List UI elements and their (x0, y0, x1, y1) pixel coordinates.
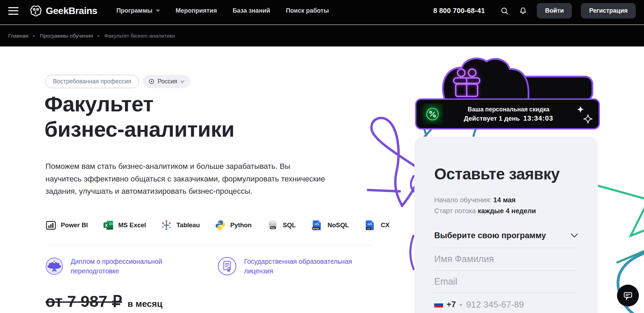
name-input[interactable] (434, 254, 578, 264)
breadcrumb-home[interactable]: Главная (8, 33, 28, 39)
logo[interactable]: GeekBrains (29, 5, 97, 17)
sql-database-icon: SQL (267, 219, 278, 231)
breadcrumb-programs[interactable]: Программы обучения (40, 33, 93, 39)
tool-power-bi: Power BI (45, 220, 88, 231)
divider (45, 245, 372, 245)
flow-start-line: Старт потока каждые 4 недели (434, 207, 578, 215)
main-nav: Программы Мероприятия База знаний Поиск … (117, 7, 329, 14)
chevron-down-icon (180, 80, 184, 83)
tableau-icon (161, 220, 172, 231)
phone-input[interactable] (466, 299, 580, 310)
svg-text:X: X (105, 223, 108, 228)
tool-tableau: Tableau (161, 220, 200, 231)
search-icon[interactable] (500, 6, 509, 16)
svg-text:NOSQL: NOSQL (312, 228, 319, 230)
tools-row: Power BI X MS Excel Tabl (45, 219, 389, 231)
discount-title: Ваша персональная скидка (468, 106, 549, 113)
breadcrumb-arrow-icon: ▸ (33, 33, 35, 38)
python-icon (215, 220, 226, 231)
state-emblem-eagle-icon (45, 256, 63, 277)
chevron-down-icon (156, 10, 160, 12)
license-certificate-icon (218, 256, 236, 277)
nav-programs[interactable]: Программы (117, 7, 160, 14)
cx-file-icon: </> CX (364, 219, 376, 231)
nav-knowledge-base[interactable]: База знаний (233, 7, 270, 14)
nav-events[interactable]: Мероприятия (176, 7, 217, 14)
chevron-down-icon (571, 233, 578, 238)
notifications-bell-icon[interactable] (518, 6, 528, 16)
gift-icon (454, 69, 480, 96)
login-button[interactable]: Войти (537, 3, 572, 18)
feature-diploma[interactable]: Диплом о профессиональной переподготовке (45, 256, 189, 277)
location-pin-icon (149, 79, 154, 84)
hamburger-menu-icon[interactable] (8, 7, 18, 15)
svg-text:</>: </> (368, 222, 372, 226)
discount-banner[interactable]: Ваша персональная скидка Действует 1 ден… (415, 98, 600, 130)
sparkle-outline-icon (583, 114, 593, 124)
price-block: от 7 987 ₽ в месяц (45, 292, 162, 311)
tool-ms-excel: X MS Excel (103, 220, 146, 231)
chevron-down-icon[interactable] (459, 304, 463, 306)
svg-text:SQL: SQL (271, 227, 275, 229)
header: GeekBrains Программы Мероприятия База зн… (0, 0, 644, 25)
svg-text:CX: CX (367, 228, 370, 230)
discount-timer-line: Действует 1 день 13:34:03 (464, 114, 553, 122)
lead-form: Оставьте заявку Начало обучения: 14 мая … (414, 137, 598, 313)
email-input[interactable] (434, 276, 578, 287)
tool-cx: </> CX CX (364, 219, 389, 231)
hero-description: Поможем вам стать бизнес-аналитиком и бо… (45, 160, 326, 198)
breadcrumb-current: Факультет бизнес-аналитики (104, 33, 175, 39)
header-phone[interactable]: 8 800 700-68-41 (433, 7, 485, 15)
form-title: Оставьте заявку (434, 165, 578, 182)
chat-bubble-icon (623, 290, 633, 301)
name-field-row (434, 248, 578, 271)
excel-icon: X (103, 220, 114, 231)
nav-job-search[interactable]: Поиск работы (286, 7, 329, 14)
geekbrains-brain-icon (29, 5, 42, 17)
countdown-timer: 13:34:03 (523, 114, 553, 122)
email-field-row (434, 271, 578, 293)
sparkle-filled-icon (577, 106, 584, 113)
program-select[interactable]: Выберите свою программу (434, 231, 578, 248)
tool-python: Python (215, 220, 252, 231)
page: GeekBrains Программы Мероприятия База зн… (0, 0, 644, 313)
region-selector[interactable]: Россия (143, 75, 190, 88)
breadcrumb-arrow-icon: ▸ (98, 33, 100, 38)
russia-flag-icon[interactable] (434, 301, 443, 308)
feature-license[interactable]: Государственная образовательная лицензия (218, 256, 368, 277)
register-button[interactable]: Регистрация (581, 3, 636, 18)
start-date-line: Начало обучения: 14 мая (434, 196, 578, 204)
phone-field-row: +7 (434, 293, 578, 313)
logo-text: GeekBrains (46, 5, 97, 16)
tool-nosql: </> NOSQL NoSQL (311, 219, 349, 231)
price-period: в месяц (127, 299, 162, 309)
discount-percent-icon (422, 104, 443, 125)
power-bi-icon (45, 220, 56, 231)
tool-sql: SQL SQL (267, 219, 296, 231)
breadcrumb: Главная ▸ Программы обучения ▸ Факультет… (0, 25, 644, 46)
page-title: Факультет бизнес-аналитики (44, 92, 234, 142)
profession-badge: Востребованная профессия (45, 75, 139, 88)
svg-text:</>: </> (315, 222, 319, 226)
chat-button[interactable] (617, 285, 639, 307)
old-price: от 7 987 ₽ (45, 292, 122, 311)
nosql-file-icon: </> NOSQL (311, 219, 323, 231)
country-code[interactable]: +7 (447, 300, 456, 309)
